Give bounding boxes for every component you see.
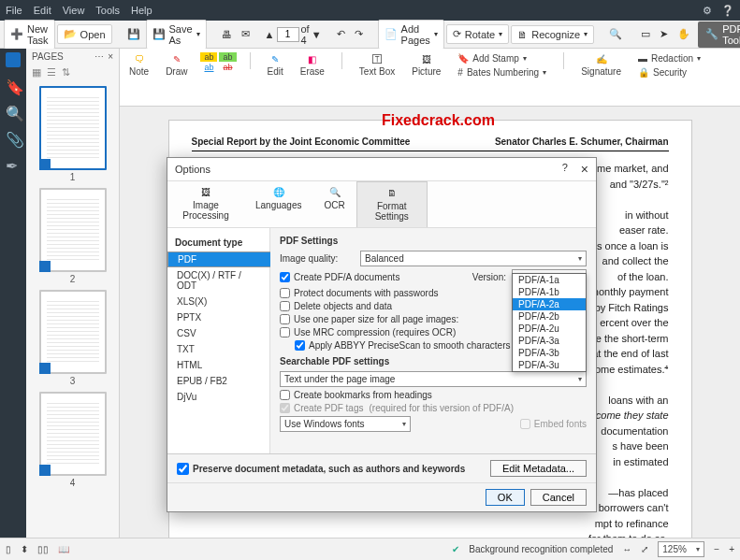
globe-icon: 🌐 [273, 187, 284, 197]
modal-overlay: Options ? × 🖼Image Processing 🌐Languages… [0, 0, 740, 560]
pdf-settings-panel: PDF Settings Image quality: Balanced▾ Cr… [270, 228, 596, 453]
delete-obj-label: Delete objects and data [294, 301, 392, 311]
create-pdfa-label: Create PDF/A documents [294, 272, 399, 282]
doctype-pptx[interactable]: PPTX [167, 309, 269, 325]
fonts-value: Use Windows fonts [284, 419, 365, 429]
pdf-tags-label: Create PDF tags [294, 403, 363, 413]
one-paper-label: Use one paper size for all page images: [294, 314, 458, 324]
tab-label: Format Settings [369, 201, 415, 222]
tab-label: Image Processing [179, 200, 233, 221]
doctype-xls[interactable]: XLS(X) [167, 294, 269, 309]
tab-image-processing[interactable]: 🖼Image Processing [167, 181, 244, 227]
mrc-checkbox[interactable]: Use MRC compression (requires OCR) [280, 327, 456, 337]
ocr-icon: 🔍 [329, 187, 341, 197]
version-opt-1a[interactable]: PDF/A-1a [513, 274, 586, 286]
tab-languages[interactable]: 🌐Languages [244, 181, 313, 227]
preserve-meta-label: Preserve document metadata, such as auth… [193, 464, 465, 474]
pdf-tags-checkbox: Create PDF tags [280, 403, 363, 413]
tab-ocr[interactable]: 🔍OCR [313, 181, 356, 227]
doctype-djvu[interactable]: DjVu [167, 389, 269, 405]
cancel-button[interactable]: Cancel [530, 489, 587, 506]
doctype-txt[interactable]: TXT [167, 341, 269, 357]
protect-checkbox[interactable]: Protect documents with passwords [280, 288, 439, 298]
version-opt-1b[interactable]: PDF/A-1b [513, 286, 586, 298]
mrc-label: Use MRC compression (requires OCR) [294, 327, 456, 337]
preserve-meta-checkbox[interactable]: Preserve document metadata, such as auth… [177, 463, 465, 475]
edit-metadata-button[interactable]: Edit Metadata... [490, 460, 587, 477]
version-opt-2a[interactable]: PDF/A-2a [513, 298, 586, 310]
bookmarks-checkbox[interactable]: Create bookmarks from headings [280, 390, 432, 400]
delete-obj-checkbox[interactable]: Delete objects and data [280, 301, 392, 311]
fonts-select[interactable]: Use Windows fonts▾ [280, 416, 411, 432]
tab-format-settings[interactable]: 🗎Format Settings [356, 181, 428, 227]
search-mode-value: Text under the page image [284, 374, 395, 384]
tab-label: OCR [325, 200, 345, 210]
one-paper-checkbox[interactable]: Use one paper size for all page images: [280, 314, 458, 324]
doctype-doc[interactable]: DOC(X) / RTF / ODT [167, 267, 269, 294]
search-mode-select[interactable]: Text under the page image▾ [280, 371, 587, 387]
doctype-csv[interactable]: CSV [167, 325, 269, 341]
options-dialog: Options ? × 🖼Image Processing 🌐Languages… [167, 157, 597, 512]
pdf-settings-heading: PDF Settings [280, 236, 587, 246]
doctype-heading: Document type [167, 234, 269, 251]
doctype-epub[interactable]: EPUB / FB2 [167, 373, 269, 389]
doctype-html[interactable]: HTML [167, 357, 269, 373]
image-quality-value: Balanced [365, 253, 404, 264]
format-icon: 🗎 [387, 188, 397, 198]
bookmarks-label: Create bookmarks from headings [294, 390, 432, 400]
tab-label: Languages [255, 200, 302, 210]
image-quality-select[interactable]: Balanced▾ [360, 251, 587, 266]
version-opt-2u[interactable]: PDF/A-2u [513, 323, 586, 335]
image-quality-label: Image quality: [280, 253, 355, 264]
ok-button[interactable]: OK [486, 489, 525, 506]
version-opt-3b[interactable]: PDF/A-3b [513, 347, 586, 359]
version-label: Version: [472, 272, 506, 282]
pdf-tags-note: (required for this version of PDF/A) [369, 403, 514, 413]
close-icon[interactable]: × [581, 162, 588, 177]
help-dialog-icon[interactable]: ? [562, 162, 568, 177]
image-process-icon: 🖼 [201, 187, 210, 197]
embed-fonts-checkbox: Embed fonts [520, 419, 587, 429]
protect-label: Protect documents with passwords [294, 288, 439, 298]
doctype-list: Document type PDF DOC(X) / RTF / ODT XLS… [167, 228, 270, 453]
version-opt-3a[interactable]: PDF/A-3a [513, 335, 586, 347]
version-opt-2b[interactable]: PDF/A-2b [513, 310, 586, 323]
embed-fonts-label: Embed fonts [534, 419, 587, 429]
version-dropdown: PDF/A-1a PDF/A-1b PDF/A-2a PDF/A-2b PDF/… [512, 273, 587, 372]
create-pdfa-checkbox[interactable]: Create PDF/A documents [280, 272, 399, 282]
version-opt-3u[interactable]: PDF/A-3u [513, 359, 586, 371]
dialog-title: Options [175, 164, 210, 175]
